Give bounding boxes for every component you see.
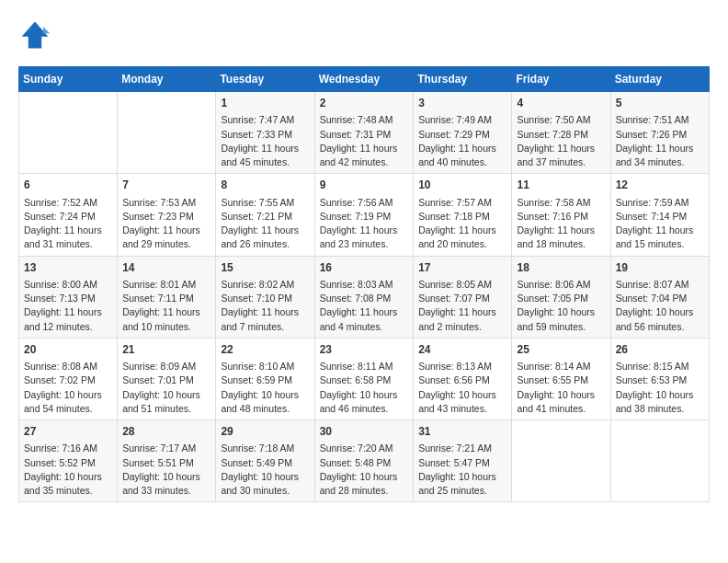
day-info: Sunset: 5:52 PM [24,456,112,470]
calendar-row: 13Sunrise: 8:00 AMSunset: 7:13 PMDayligh… [19,256,710,338]
day-info: Sunrise: 8:07 AM [616,278,704,292]
calendar-cell: 14Sunrise: 8:01 AMSunset: 7:11 PMDayligh… [118,256,216,338]
day-info: Sunrise: 8:03 AM [320,278,409,292]
logo-icon [18,18,51,52]
day-info: Daylight: 10 hours and 28 minutes. [320,470,409,498]
day-info: Sunset: 7:29 PM [418,128,506,142]
day-info: Sunset: 7:21 PM [221,210,309,224]
day-number: 24 [418,342,506,358]
day-info: Sunset: 7:01 PM [122,373,210,387]
day-info: Daylight: 10 hours and 38 minutes. [616,388,704,416]
day-info: Sunrise: 7:59 AM [616,196,704,210]
day-info: Daylight: 10 hours and 30 minutes. [221,470,309,498]
day-number: 6 [24,178,112,193]
day-number: 11 [517,178,605,193]
day-info: Daylight: 11 hours and 37 minutes. [517,142,605,169]
day-info: Sunrise: 7:50 AM [517,113,605,127]
calendar-row: 20Sunrise: 8:08 AMSunset: 7:02 PMDayligh… [19,338,710,419]
day-info: Daylight: 11 hours and 45 minutes. [221,142,309,169]
day-info: Sunset: 7:18 PM [418,210,506,224]
day-number: 19 [616,260,704,276]
day-number: 21 [122,342,210,358]
day-number: 25 [517,342,605,358]
calendar-cell: 11Sunrise: 7:58 AMSunset: 7:16 PMDayligh… [512,174,610,256]
day-info: Daylight: 11 hours and 23 minutes. [320,224,409,251]
day-info: Sunrise: 7:16 AM [24,442,112,455]
day-info: Sunset: 6:53 PM [616,373,704,387]
day-info: Sunset: 6:56 PM [418,373,506,387]
calendar-cell: 18Sunrise: 8:06 AMSunset: 7:05 PMDayligh… [512,256,610,338]
day-info: Sunrise: 8:08 AM [24,360,112,373]
day-number: 17 [418,260,506,276]
page-header [18,18,710,52]
day-info: Daylight: 11 hours and 40 minutes. [418,142,506,169]
day-number: 18 [517,260,605,276]
day-number: 1 [221,96,309,111]
day-number: 3 [418,96,506,111]
column-header-wednesday: Wednesday [314,67,414,92]
day-info: Daylight: 11 hours and 2 minutes. [418,305,506,333]
calendar-row: 1Sunrise: 7:47 AMSunset: 7:33 PMDaylight… [19,92,710,174]
day-info: Sunset: 7:07 PM [418,292,506,305]
day-number: 4 [517,96,605,111]
calendar-cell: 4Sunrise: 7:50 AMSunset: 7:28 PMDaylight… [512,92,610,174]
day-number: 7 [122,178,210,193]
day-number: 2 [320,96,409,111]
day-info: Sunrise: 8:15 AM [616,360,704,373]
day-info: Sunset: 6:55 PM [517,373,605,387]
day-info: Daylight: 10 hours and 48 minutes. [221,388,309,416]
day-info: Sunrise: 7:20 AM [320,442,409,455]
day-info: Sunrise: 8:10 AM [221,360,309,373]
day-info: Daylight: 10 hours and 25 minutes. [418,470,506,498]
day-number: 31 [418,424,506,440]
calendar-header-row: SundayMondayTuesdayWednesdayThursdayFrid… [19,67,710,92]
day-info: Sunrise: 7:21 AM [418,442,506,455]
calendar-cell: 7Sunrise: 7:53 AMSunset: 7:23 PMDaylight… [118,174,216,256]
day-info: Sunrise: 7:47 AM [221,113,309,127]
day-info: Sunrise: 8:11 AM [320,360,409,373]
day-info: Sunset: 7:14 PM [616,210,704,224]
calendar-cell: 10Sunrise: 7:57 AMSunset: 7:18 PMDayligh… [414,174,512,256]
day-info: Sunset: 6:58 PM [320,373,409,387]
day-number: 27 [24,424,112,440]
column-header-saturday: Saturday [610,67,709,92]
calendar-cell [610,420,709,502]
day-info: Sunset: 7:24 PM [24,210,112,224]
calendar-table: SundayMondayTuesdayWednesdayThursdayFrid… [18,66,710,502]
day-number: 20 [24,342,112,358]
day-info: Sunrise: 8:06 AM [517,278,605,292]
day-info: Daylight: 10 hours and 35 minutes. [24,470,112,498]
day-info: Sunset: 7:28 PM [517,128,605,142]
day-info: Sunset: 7:33 PM [221,128,309,142]
calendar-cell: 5Sunrise: 7:51 AMSunset: 7:26 PMDaylight… [610,92,709,174]
calendar-cell: 6Sunrise: 7:52 AMSunset: 7:24 PMDaylight… [19,174,118,256]
calendar-cell: 2Sunrise: 7:48 AMSunset: 7:31 PMDaylight… [314,92,414,174]
day-info: Sunrise: 7:56 AM [320,196,409,210]
calendar-cell [19,92,118,174]
day-info: Sunrise: 7:53 AM [122,196,210,210]
day-info: Daylight: 11 hours and 34 minutes. [616,142,704,169]
column-header-monday: Monday [118,67,216,92]
day-info: Sunset: 7:19 PM [320,210,409,224]
day-info: Sunset: 7:05 PM [517,292,605,305]
calendar-cell: 9Sunrise: 7:56 AMSunset: 7:19 PMDaylight… [314,174,414,256]
day-info: Daylight: 11 hours and 7 minutes. [221,305,309,333]
day-info: Daylight: 11 hours and 29 minutes. [122,224,210,251]
calendar-row: 6Sunrise: 7:52 AMSunset: 7:24 PMDaylight… [19,174,710,256]
day-info: Sunrise: 8:00 AM [24,278,112,292]
day-info: Daylight: 11 hours and 42 minutes. [320,142,409,169]
day-number: 12 [616,178,704,193]
day-info: Daylight: 11 hours and 20 minutes. [418,224,506,251]
calendar-cell: 29Sunrise: 7:18 AMSunset: 5:49 PMDayligh… [216,420,314,502]
calendar-cell: 13Sunrise: 8:00 AMSunset: 7:13 PMDayligh… [19,256,118,338]
day-info: Sunset: 6:59 PM [221,373,309,387]
day-info: Sunset: 5:47 PM [418,456,506,470]
calendar-cell: 31Sunrise: 7:21 AMSunset: 5:47 PMDayligh… [414,420,512,502]
day-info: Daylight: 11 hours and 31 minutes. [24,224,112,251]
day-number: 28 [122,424,210,440]
day-number: 15 [221,260,309,276]
column-header-thursday: Thursday [414,67,512,92]
day-info: Sunrise: 7:18 AM [221,442,309,455]
day-info: Daylight: 10 hours and 56 minutes. [616,305,704,333]
calendar-cell: 21Sunrise: 8:09 AMSunset: 7:01 PMDayligh… [118,338,216,419]
